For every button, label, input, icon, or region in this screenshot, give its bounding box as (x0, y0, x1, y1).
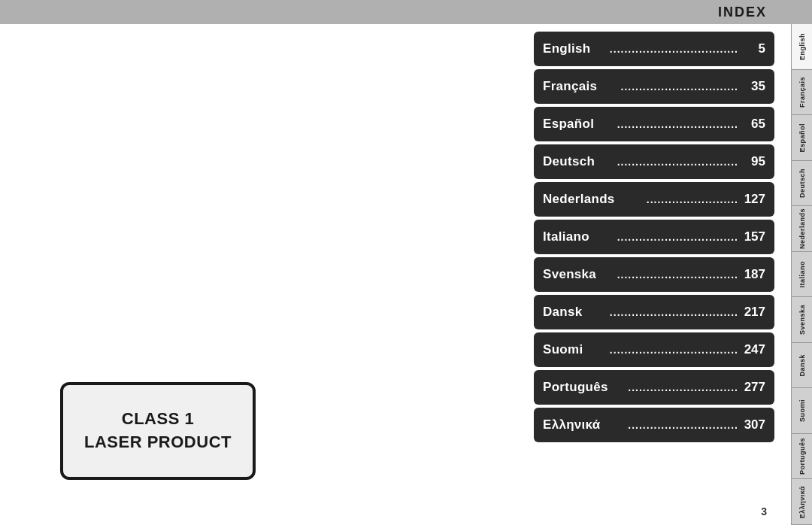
side-tab-deutsch[interactable]: Deutsch (791, 161, 812, 207)
side-tab-nederlands[interactable]: Nederlands (791, 206, 812, 252)
entry-dots: ................................. (617, 156, 738, 168)
side-tab-svenska[interactable]: Svenska (791, 297, 812, 343)
entry-label: Suomi (543, 342, 605, 357)
index-entry[interactable]: Dansk...................................… (534, 295, 774, 329)
side-tabs: EnglishFrançaisEspañolDeutschNederlandsI… (791, 24, 812, 525)
entry-number: 217 (743, 305, 765, 320)
entry-label: Português (543, 380, 623, 395)
entry-number: 277 (743, 380, 765, 395)
side-tab-[interactable]: Ελληνικά (791, 479, 812, 525)
side-tab-label: Suomi (798, 399, 806, 422)
index-entry[interactable]: Nederlands.........................127 (534, 182, 774, 217)
entry-dots: ................................... (610, 43, 738, 55)
side-tab-franais[interactable]: Français (791, 70, 812, 116)
side-tab-label: Português (798, 438, 806, 475)
side-tab-suomi[interactable]: Suomi (791, 388, 812, 434)
index-entry[interactable]: Deutsch.................................… (534, 144, 774, 179)
side-tab-label: Italiano (798, 261, 806, 288)
side-tab-portugus[interactable]: Português (791, 434, 812, 480)
index-entry[interactable]: Italiano................................… (534, 220, 774, 254)
entry-dots: ................................ (621, 80, 738, 93)
laser-text-line2: LASER PRODUCT (84, 431, 232, 454)
side-tab-label: Ελληνικά (798, 486, 806, 518)
index-area: English.................................… (534, 32, 774, 442)
entry-number: 35 (743, 79, 765, 94)
laser-product-box: CLASS 1 LASER PRODUCT (60, 382, 256, 480)
index-entry[interactable]: Português..............................2… (534, 370, 774, 405)
index-entry[interactable]: Ελληνικά..............................30… (534, 408, 774, 442)
side-tab-label: Svenska (798, 305, 806, 335)
entry-dots: .............................. (628, 419, 738, 431)
side-tab-label: Français (798, 77, 806, 108)
side-tab-dansk[interactable]: Dansk (791, 343, 812, 389)
side-tab-italiano[interactable]: Italiano (791, 252, 812, 298)
entry-number: 307 (743, 417, 765, 432)
entry-label: Nederlands (543, 192, 642, 207)
index-entry[interactable]: English.................................… (534, 32, 774, 66)
entry-number: 5 (743, 41, 765, 56)
entry-dots: ................................. (617, 118, 738, 130)
entry-label: English (543, 41, 605, 56)
page-title: INDEX (718, 5, 767, 20)
entry-label: Español (543, 117, 613, 132)
side-tab-english[interactable]: English (791, 24, 812, 70)
entry-dots: ......................... (647, 193, 738, 205)
entry-number: 127 (743, 192, 765, 207)
index-entry[interactable]: Français................................… (534, 69, 774, 104)
entry-number: 247 (743, 342, 765, 357)
entry-dots: ................................. (617, 269, 738, 281)
entry-dots: ................................... (610, 306, 738, 318)
entry-label: Deutsch (543, 154, 613, 169)
entry-label: Ελληνικά (543, 417, 623, 432)
entry-number: 157 (743, 229, 765, 244)
index-entry[interactable]: Español.................................… (534, 107, 774, 141)
index-entry[interactable]: Suomi...................................… (534, 332, 774, 367)
main-content: English.................................… (0, 24, 812, 525)
entry-label: Dansk (543, 305, 605, 320)
side-tab-label: Dansk (798, 354, 806, 377)
entry-dots: ................................. (617, 231, 738, 243)
side-tab-label: English (798, 33, 806, 60)
entry-label: Italiano (543, 229, 613, 244)
side-tab-espaol[interactable]: Español (791, 115, 812, 161)
entry-label: Svenska (543, 267, 613, 282)
entry-number: 95 (743, 154, 765, 169)
entry-number: 65 (743, 117, 765, 132)
side-tab-label: Nederlands (798, 208, 806, 249)
page-number: 3 (761, 505, 767, 517)
side-tab-label: Deutsch (798, 168, 806, 198)
entry-number: 187 (743, 267, 765, 282)
laser-text-line1: CLASS 1 (122, 408, 194, 431)
index-entry[interactable]: Svenska.................................… (534, 257, 774, 292)
entry-dots: .............................. (628, 381, 738, 393)
entry-dots: ................................... (610, 344, 738, 356)
side-tab-label: Español (798, 123, 806, 153)
entry-label: Français (543, 79, 617, 94)
header-bar: INDEX (0, 0, 812, 24)
